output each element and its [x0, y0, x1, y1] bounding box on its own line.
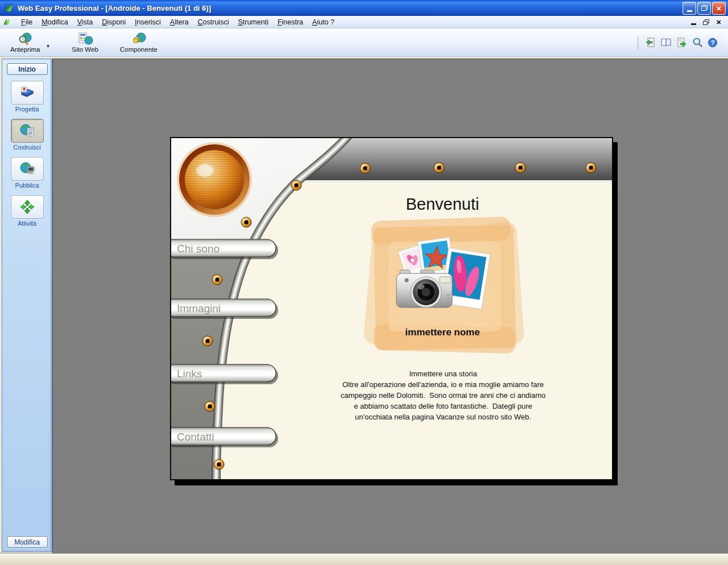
orange-sphere-graphic[interactable]: [177, 142, 252, 217]
anteprima-label: Anteprima: [10, 46, 40, 53]
attivita-label: Attività: [18, 220, 36, 227]
costruisci-label: Costruisci: [13, 144, 40, 151]
menubar: File Modifica Vista Disponi Inserisci Al…: [0, 16, 728, 28]
design-canvas[interactable]: Chi sono Immagini Links: [52, 59, 728, 554]
book-icon[interactable]: [660, 38, 672, 48]
preview-icon: [17, 32, 33, 45]
menu-item-finestra[interactable]: Finestra: [273, 17, 308, 27]
componente-button[interactable]: Componente: [114, 31, 163, 54]
nav-tab-links[interactable]: Links: [171, 364, 278, 384]
mdi-minimize-button[interactable]: [691, 23, 696, 25]
web-page-design[interactable]: Chi sono Immagini Links: [170, 137, 613, 480]
pubblica-button[interactable]: [11, 157, 44, 181]
menu-item-file[interactable]: File: [16, 17, 37, 27]
page-import-icon[interactable]: [645, 38, 655, 48]
nav-tab-contatti[interactable]: Contatti: [171, 427, 278, 447]
menu-item-modifica[interactable]: Modifica: [37, 17, 73, 27]
help-icon[interactable]: ?: [708, 38, 718, 48]
zoom-icon[interactable]: [692, 38, 702, 48]
status-bar: [0, 554, 728, 565]
svg-text:?: ?: [711, 39, 715, 46]
menu-item-costruisci[interactable]: Costruisci: [193, 17, 234, 27]
green-cross-arrows-icon: [19, 200, 36, 214]
close-button[interactable]: ×: [712, 2, 726, 15]
inizio-button[interactable]: Inizio: [7, 63, 48, 75]
svg-text:Chi sono: Chi sono: [177, 243, 220, 255]
minimize-icon: [687, 10, 692, 12]
titlebar: Web Easy Professional - [Androide - Benv…: [0, 0, 728, 16]
menu-item-vista[interactable]: Vista: [73, 17, 98, 27]
pubblica-label: Pubblica: [15, 182, 39, 189]
globe-computer-icon: [19, 161, 36, 176]
document-logo-icon: [2, 17, 12, 27]
restore-button[interactable]: [697, 2, 711, 15]
app-logo-icon: [3, 2, 15, 14]
sidebar: Inizio Progetta: [2, 59, 52, 552]
image-caption[interactable]: immettere nome: [405, 327, 479, 338]
mdi-close-button[interactable]: ×: [716, 18, 721, 26]
costruisci-button[interactable]: [11, 119, 44, 143]
design-books-icon: [19, 85, 36, 100]
progetta-button[interactable]: [11, 81, 44, 105]
page-title[interactable]: Benvenuti: [406, 195, 479, 213]
progetta-label: Progetta: [15, 106, 39, 113]
menu-item-aiuto[interactable]: Aiuto ?: [308, 17, 339, 27]
menu-item-strumenti[interactable]: Strumenti: [233, 17, 273, 27]
website-icon: [77, 32, 93, 45]
component-icon: [131, 32, 147, 45]
story-text[interactable]: Immettere una storia Oltre all'operazion…: [324, 368, 562, 422]
nav-tab-immagini[interactable]: Immagini: [171, 299, 278, 319]
anteprima-dropdown-arrow[interactable]: ▼: [46, 44, 50, 49]
svg-text:Contatti: Contatti: [177, 431, 214, 443]
toolbar-right-group: ?: [638, 35, 723, 50]
menu-item-disponi[interactable]: Disponi: [97, 17, 130, 27]
componente-label: Componente: [120, 46, 158, 53]
menu-item-inserisci[interactable]: Inserisci: [130, 17, 166, 27]
nav-tab-chi-sono[interactable]: Chi sono: [171, 239, 278, 259]
camera-graphic: [396, 270, 452, 308]
globe-document-icon: [19, 123, 36, 138]
attivita-button[interactable]: [11, 195, 44, 219]
svg-text:Links: Links: [177, 368, 202, 380]
sito-web-button[interactable]: Sito Web: [66, 31, 104, 54]
mdi-restore-button[interactable]: [703, 19, 709, 25]
page-export-icon[interactable]: [677, 38, 687, 48]
menu-item-altera[interactable]: Altera: [166, 17, 193, 27]
sito-web-label: Sito Web: [72, 46, 98, 53]
toolbar: Anteprima ▼ Sito Web: [0, 28, 728, 57]
minimize-button[interactable]: [682, 2, 696, 15]
main-area: Inizio Progetta: [0, 57, 728, 554]
app-window: Web Easy Professional - [Androide - Benv…: [0, 0, 728, 565]
window-title: Web Easy Professional - [Androide - Benv…: [18, 4, 682, 13]
modifica-button[interactable]: Modifica: [7, 536, 48, 548]
svg-text:Immagini: Immagini: [177, 302, 221, 314]
anteprima-button[interactable]: Anteprima: [5, 31, 46, 54]
restore-icon: [701, 5, 708, 11]
